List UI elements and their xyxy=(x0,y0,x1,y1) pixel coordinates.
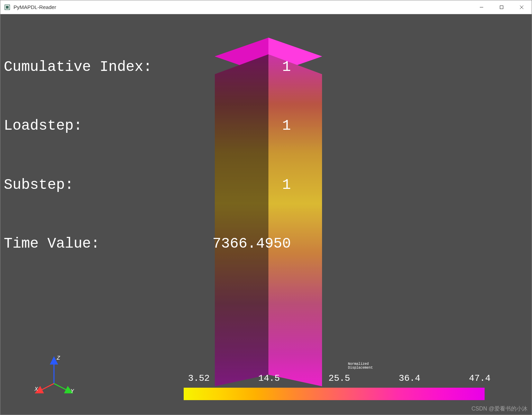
maximize-button[interactable] xyxy=(492,0,512,14)
axis-y-label: Y xyxy=(71,388,74,395)
svg-line-14 xyxy=(54,384,70,391)
svg-rect-3 xyxy=(500,6,503,9)
info-row: Loadstep: 1 xyxy=(4,116,291,136)
colorbar-tick: 14.5 xyxy=(255,373,283,384)
close-button[interactable] xyxy=(512,0,532,14)
info-value: 1 xyxy=(173,57,291,77)
info-value: 1 xyxy=(173,116,291,136)
window-controls xyxy=(471,0,532,14)
colorbar-title: Normalized Displacement xyxy=(348,362,373,370)
colorbar: Normalized Displacement 3.52 14.5 25.5 3… xyxy=(184,373,495,400)
info-label: Time Value: xyxy=(4,234,173,254)
titlebar[interactable]: PyMAPDL-Reader xyxy=(0,0,532,14)
info-overlay: Cumulative Index: 1 Loadstep: 1 Substep:… xyxy=(4,18,291,293)
colorbar-tick: 47.4 xyxy=(466,373,494,384)
svg-rect-1 xyxy=(6,6,9,9)
colorbar-ticks: 3.52 14.5 25.5 36.4 47.4 xyxy=(184,373,495,384)
colorbar-gradient xyxy=(184,388,485,400)
info-value: 7366.4950 xyxy=(173,234,291,254)
window-title: PyMAPDL-Reader xyxy=(13,4,471,10)
info-row: Substep: 1 xyxy=(4,175,291,195)
watermark: CSDN @爱看书的小沐 xyxy=(471,405,528,413)
axis-z-label: Z xyxy=(56,355,60,361)
colorbar-tick: 3.52 xyxy=(185,373,213,384)
app-icon xyxy=(4,4,11,11)
colorbar-tick: 25.5 xyxy=(325,373,353,384)
axis-x-label: X xyxy=(34,386,38,393)
axis-triad: Z X Y xyxy=(33,354,75,396)
info-label: Cumulative Index: xyxy=(4,57,173,77)
colorbar-tick: 36.4 xyxy=(396,373,423,384)
app-window: PyMAPDL-Reader Cumulative Index: 1 Loads… xyxy=(0,0,532,415)
minimize-button[interactable] xyxy=(471,0,492,14)
viewport-3d[interactable]: Cumulative Index: 1 Loadstep: 1 Substep:… xyxy=(0,14,532,415)
info-label: Loadstep: xyxy=(4,116,173,136)
info-label: Substep: xyxy=(4,175,173,195)
info-row: Time Value: 7366.4950 xyxy=(4,234,291,254)
info-value: 1 xyxy=(173,175,291,195)
svg-line-13 xyxy=(38,384,54,391)
info-row: Cumulative Index: 1 xyxy=(4,57,291,77)
